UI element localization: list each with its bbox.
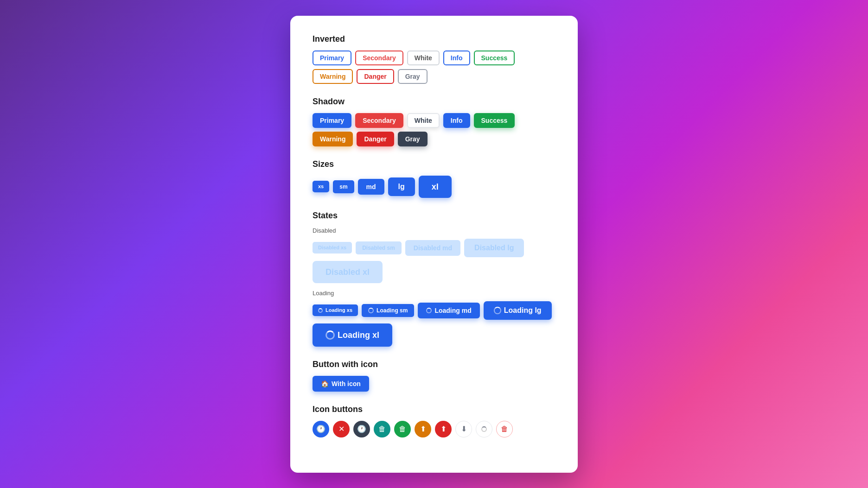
icon-btn-teal-trash[interactable]: 🗑 <box>374 421 390 437</box>
clock-dark-icon: 🕐 <box>357 425 366 433</box>
trash-ghost-icon: 🗑 <box>501 425 508 433</box>
inverted-secondary-button[interactable]: Secondary <box>355 51 403 65</box>
disabled-sm-button: Disabled sm <box>356 241 402 254</box>
inverted-primary-button[interactable]: Primary <box>313 51 351 65</box>
sizes-button-row: xs sm md lg xl <box>313 176 555 198</box>
spinner-icon <box>494 307 501 314</box>
disabled-md-button: Disabled md <box>405 240 460 256</box>
shadow-danger-button[interactable]: Danger <box>357 132 394 146</box>
download-icon: ⬇ <box>461 425 467 433</box>
icon-btn-dark-clock[interactable]: 🕐 <box>353 421 370 437</box>
inverted-warning-button[interactable]: Warning <box>313 69 353 84</box>
spinner-icon <box>368 308 374 313</box>
icon-btn-ghost-loading[interactable] <box>476 421 492 437</box>
ghost-spinner-icon <box>481 426 487 432</box>
close-icon: ✕ <box>338 425 345 433</box>
icon-buttons-title: Icon buttons <box>313 405 555 414</box>
spinner-icon <box>326 330 335 340</box>
inverted-gray-button[interactable]: Gray <box>398 69 428 84</box>
shadow-section: Shadow Primary Secondary White Info Succ… <box>313 97 555 146</box>
inverted-danger-button[interactable]: Danger <box>357 69 394 84</box>
sizes-section: Sizes xs sm md lg xl <box>313 159 555 198</box>
loading-sm-button[interactable]: Loading sm <box>362 304 414 317</box>
loading-md-button[interactable]: Loading md <box>418 303 479 318</box>
inverted-info-button[interactable]: Info <box>443 51 470 65</box>
inverted-button-row: Primary Secondary White Info Success War… <box>313 51 555 84</box>
home-icon: 🏠 <box>321 380 329 387</box>
shadow-warning-button[interactable]: Warning <box>313 132 353 146</box>
main-card: Inverted Primary Secondary White Info Su… <box>290 16 578 473</box>
shadow-success-button[interactable]: Success <box>474 113 515 128</box>
with-icon-button[interactable]: 🏠 With icon <box>313 376 369 392</box>
with-icon-row: 🏠 With icon <box>313 376 555 392</box>
loading-xl-label: Loading xl <box>338 331 379 339</box>
button-with-icon-title: Button with icon <box>313 360 555 369</box>
loading-label: Loading <box>313 290 555 297</box>
size-sm-button[interactable]: sm <box>333 180 354 193</box>
trash-teal-icon: 🗑 <box>378 425 386 433</box>
loading-sm-label: Loading sm <box>377 308 408 313</box>
states-title: States <box>313 211 555 221</box>
icon-btn-ghost-download[interactable]: ⬇ <box>455 421 472 437</box>
shadow-title: Shadow <box>313 97 555 107</box>
loading-lg-label: Loading lg <box>504 307 542 314</box>
icon-btn-red-up[interactable]: ⬆ <box>435 421 452 437</box>
states-section: States Disabled Disabled xs Disabled sm … <box>313 211 555 347</box>
icon-btn-ghost-trash[interactable]: 🗑 <box>496 421 513 437</box>
sizes-title: Sizes <box>313 159 555 169</box>
inverted-title: Inverted <box>313 34 555 44</box>
inverted-section: Inverted Primary Secondary White Info Su… <box>313 34 555 84</box>
shadow-gray-button[interactable]: Gray <box>398 132 428 146</box>
shadow-button-row: Primary Secondary White Info Success War… <box>313 113 555 146</box>
icon-btn-danger-circle[interactable]: ✕ <box>333 421 350 437</box>
spinner-icon <box>318 308 323 313</box>
loading-xl-button[interactable]: Loading xl <box>313 323 392 347</box>
size-md-button[interactable]: md <box>358 179 384 195</box>
disabled-label: Disabled <box>313 227 555 234</box>
trash-green-icon: 🗑 <box>399 425 406 433</box>
disabled-button-row: Disabled xs Disabled sm Disabled md Disa… <box>313 239 555 283</box>
icon-btn-primary[interactable]: 🕐 <box>313 421 329 437</box>
disabled-lg-button: Disabled lg <box>464 239 524 257</box>
shadow-info-button[interactable]: Info <box>443 113 470 128</box>
inverted-success-button[interactable]: Success <box>474 51 515 65</box>
shadow-primary-button[interactable]: Primary <box>313 113 351 128</box>
clock-icon: 🕐 <box>316 425 326 433</box>
inverted-white-button[interactable]: White <box>407 51 440 65</box>
size-lg-button[interactable]: lg <box>388 177 415 196</box>
icon-buttons-section: Icon buttons 🕐 ✕ 🕐 🗑 🗑 ⬆ ⬆ <box>313 405 555 437</box>
arrow-up-red-icon: ⬆ <box>440 425 447 433</box>
icon-btn-green-trash[interactable]: 🗑 <box>394 421 411 437</box>
spinner-icon <box>426 308 432 313</box>
shadow-white-button[interactable]: White <box>407 113 440 128</box>
size-xs-button[interactable]: xs <box>313 181 329 192</box>
loading-lg-button[interactable]: Loading lg <box>484 301 552 320</box>
loading-xs-button[interactable]: Loading xs <box>313 304 358 316</box>
shadow-secondary-button[interactable]: Secondary <box>355 113 403 128</box>
button-with-icon-section: Button with icon 🏠 With icon <box>313 360 555 392</box>
loading-md-label: Loading md <box>434 307 471 314</box>
with-icon-label: With icon <box>332 380 361 387</box>
arrow-up-amber-icon: ⬆ <box>420 425 426 433</box>
icon-btn-amber-up[interactable]: ⬆ <box>415 421 431 437</box>
loading-button-row: Loading xs Loading sm Loading md Loading… <box>313 301 555 347</box>
disabled-xs-button: Disabled xs <box>313 242 352 254</box>
size-xl-button[interactable]: xl <box>419 176 452 198</box>
icon-buttons-row: 🕐 ✕ 🕐 🗑 🗑 ⬆ ⬆ ⬇ <box>313 421 555 437</box>
loading-xs-label: Loading xs <box>326 308 352 313</box>
disabled-xl-button: Disabled xl <box>313 261 383 283</box>
